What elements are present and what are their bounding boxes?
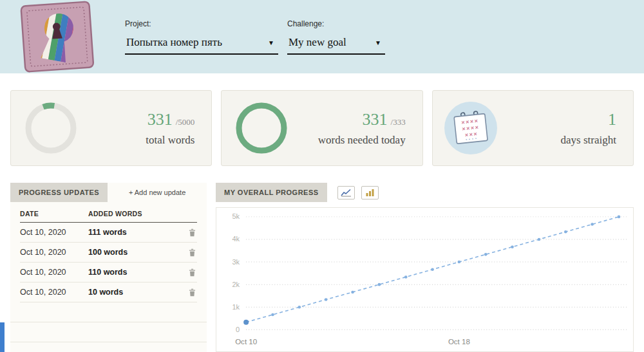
update-date: Oct 10, 2020 bbox=[20, 228, 88, 237]
stat-text: 1 days straight bbox=[561, 110, 616, 147]
project-select[interactable]: Попытка номер пять ▼ bbox=[125, 35, 278, 55]
line-chart-toggle-button[interactable] bbox=[337, 186, 355, 199]
challenge-select-value: My new goal bbox=[289, 36, 346, 49]
chevron-down-icon: ▼ bbox=[375, 39, 381, 46]
stat-label: days straight bbox=[561, 134, 616, 147]
delete-update-button[interactable] bbox=[187, 288, 197, 297]
words-needed-progress-ring-icon bbox=[233, 100, 290, 156]
svg-text:Oct 10: Oct 10 bbox=[235, 338, 257, 346]
challenge-label: Challenge: bbox=[287, 19, 385, 28]
progress-chart: 01k2k3k4k5kOct 10Oct 18 bbox=[216, 208, 633, 351]
top-header: Project: Попытка номер пять ▼ Challenge:… bbox=[0, 0, 644, 73]
svg-text:2k: 2k bbox=[232, 281, 240, 288]
updates-table: DATE ADDED WORDS Oct 10, 2020111 wordsOc… bbox=[20, 210, 197, 302]
svg-text:Oct 18: Oct 18 bbox=[448, 338, 470, 346]
stat-text: 331 /5000 total words bbox=[146, 110, 194, 147]
stat-card-days-straight: ×××× ×××× ××× ···· 1 days straight bbox=[432, 90, 634, 166]
update-date: Oct 10, 2020 bbox=[20, 248, 88, 257]
update-words: 110 words bbox=[88, 268, 187, 277]
scrollbar-thumb[interactable] bbox=[0, 322, 5, 352]
total-words-progress-ring-icon bbox=[23, 100, 79, 156]
col-header-added-words: ADDED WORDS bbox=[88, 210, 197, 218]
lower-panels: PROGRESS UPDATES + Add new update DATE A… bbox=[10, 183, 634, 352]
stat-value: 331 bbox=[147, 110, 173, 129]
update-words: 111 words bbox=[88, 228, 187, 237]
project-group: Project: Попытка номер пять ▼ bbox=[125, 19, 278, 55]
stat-denominator: /333 bbox=[391, 117, 406, 127]
trash-icon bbox=[189, 268, 196, 277]
overall-progress-title: MY OVERALL PROGRESS bbox=[216, 183, 327, 202]
progress-updates-header: PROGRESS UPDATES + Add new update bbox=[10, 183, 207, 202]
delete-update-button[interactable] bbox=[187, 228, 197, 237]
svg-text:5k: 5k bbox=[232, 212, 240, 220]
add-new-update-link[interactable]: + Add new update bbox=[129, 189, 185, 196]
svg-text:1k: 1k bbox=[232, 303, 240, 311]
col-header-date: DATE bbox=[20, 210, 88, 218]
overall-progress-header: MY OVERALL PROGRESS bbox=[216, 183, 634, 202]
stat-denominator: /5000 bbox=[176, 117, 195, 127]
trash-icon bbox=[189, 228, 196, 237]
challenge-select[interactable]: My new goal ▼ bbox=[287, 35, 385, 55]
trash-icon bbox=[189, 288, 196, 297]
update-date: Oct 10, 2020 bbox=[20, 288, 88, 297]
update-row: Oct 10, 2020110 words bbox=[20, 263, 197, 283]
chevron-down-icon: ▼ bbox=[268, 39, 274, 46]
ruled-lines-filler bbox=[10, 302, 207, 352]
update-row: Oct 10, 2020111 words bbox=[20, 223, 197, 243]
svg-text:0: 0 bbox=[236, 326, 240, 333]
stat-card-words-needed: 331 /333 words needed today bbox=[221, 90, 422, 166]
project-label: Project: bbox=[125, 19, 278, 28]
challenge-group: Challenge: My new goal ▼ bbox=[287, 19, 385, 55]
update-words: 100 words bbox=[88, 248, 187, 257]
svg-text:4k: 4k bbox=[232, 235, 240, 243]
stat-label: total words bbox=[146, 134, 194, 147]
calendar-icon: ×××× ×××× ××× ···· bbox=[444, 102, 497, 154]
trash-icon bbox=[189, 248, 196, 257]
line-chart-icon bbox=[341, 189, 352, 197]
delete-update-button[interactable] bbox=[187, 268, 197, 277]
stat-value: 331 bbox=[363, 110, 388, 129]
update-date: Oct 10, 2020 bbox=[20, 268, 88, 277]
update-words: 10 words bbox=[88, 288, 187, 297]
delete-update-button[interactable] bbox=[187, 248, 197, 257]
stat-value: 1 bbox=[608, 110, 616, 129]
header-form-row: Project: Попытка номер пять ▼ Challenge:… bbox=[125, 19, 385, 55]
app-logo bbox=[14, 0, 100, 76]
update-row: Oct 10, 202010 words bbox=[20, 283, 197, 302]
progress-updates-panel: PROGRESS UPDATES + Add new update DATE A… bbox=[10, 183, 207, 352]
bar-chart-toggle-button[interactable] bbox=[361, 186, 379, 199]
bar-chart-icon bbox=[365, 189, 375, 197]
svg-text:3k: 3k bbox=[232, 258, 240, 266]
keyhole-book-logo-icon bbox=[14, 0, 100, 73]
progress-updates-title: PROGRESS UPDATES bbox=[10, 183, 108, 202]
stat-label: words needed today bbox=[318, 134, 406, 147]
stat-card-total-words: 331 /5000 total words bbox=[10, 90, 212, 166]
svg-text:····: ···· bbox=[465, 135, 478, 143]
updates-table-body: Oct 10, 2020111 wordsOct 10, 2020100 wor… bbox=[20, 223, 197, 302]
update-row: Oct 10, 2020100 words bbox=[20, 243, 197, 263]
stat-text: 331 /333 words needed today bbox=[318, 110, 406, 147]
overall-progress-chart-box: 01k2k3k4k5kOct 10Oct 18 bbox=[216, 207, 634, 352]
project-select-value: Попытка номер пять bbox=[126, 36, 222, 49]
updates-table-head: DATE ADDED WORDS bbox=[20, 210, 197, 223]
stat-cards: 331 /5000 total words 331 /333 words nee… bbox=[10, 90, 634, 166]
overall-progress-panel: MY OVERALL PROGRESS 01k2k3k4k5kOct 10Oct… bbox=[216, 183, 634, 352]
